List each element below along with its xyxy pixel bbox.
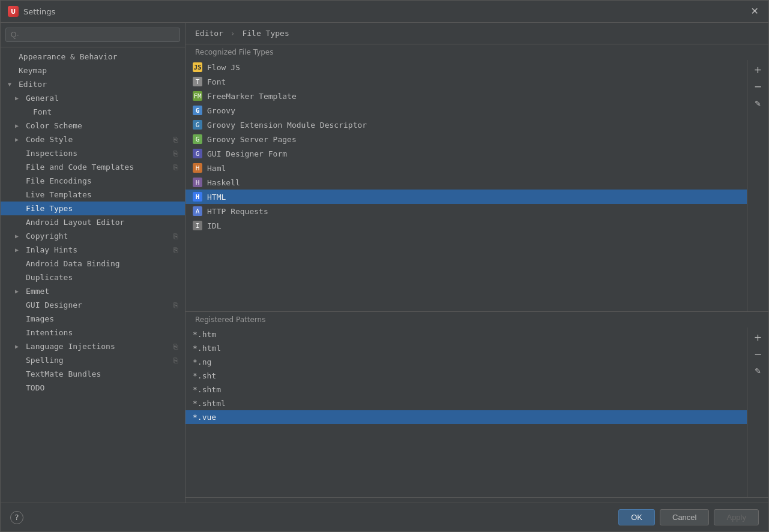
file-type-icon-html: H bbox=[193, 192, 202, 202]
pattern-actions: + − ✎ bbox=[747, 327, 768, 497]
sidebar-item-label-duplicates: Duplicates bbox=[26, 273, 73, 282]
file-type-name-haskell: Haskell bbox=[207, 178, 240, 187]
sidebar-item-editor[interactable]: ▼Editor bbox=[1, 77, 185, 91]
sidebar-item-appearance[interactable]: Appearance & Behavior bbox=[1, 50, 185, 64]
file-type-name-http: HTTP Requests bbox=[207, 207, 268, 216]
remove-file-type-button[interactable]: − bbox=[751, 79, 765, 94]
footer: ? OK Cancel Apply bbox=[1, 503, 768, 531]
sidebar-item-label-inspections: Inspections bbox=[26, 149, 77, 158]
file-type-icon-freemarker: FM bbox=[193, 91, 202, 101]
copy-icon-copyright: ⎘ bbox=[173, 232, 178, 241]
sidebar-item-label-lang-injections: Language Injections bbox=[26, 342, 115, 351]
file-type-item-gui-form[interactable]: GGUI Designer Form bbox=[185, 146, 747, 161]
sidebar-item-label-spelling: Spelling bbox=[26, 356, 64, 365]
file-type-item-idl[interactable]: IIDL bbox=[185, 218, 747, 233]
search-input[interactable] bbox=[5, 28, 180, 42]
cancel-button[interactable]: Cancel bbox=[660, 509, 709, 525]
sidebar-item-emmet[interactable]: ▶Emmet bbox=[1, 284, 185, 298]
file-type-item-flow-js[interactable]: JSFlow JS bbox=[185, 60, 747, 74]
remove-pattern-button[interactable]: − bbox=[751, 347, 765, 361]
ok-button[interactable]: OK bbox=[618, 509, 655, 525]
sidebar-item-todo[interactable]: TODO bbox=[1, 381, 185, 395]
pattern-item-shtm[interactable]: *.shtm bbox=[185, 383, 747, 396]
file-type-item-http[interactable]: AHTTP Requests bbox=[185, 204, 747, 218]
sidebar-item-spelling[interactable]: Spelling⎘ bbox=[1, 353, 185, 367]
file-types-panel: JSFlow JSTFontFMFreeMarker TemplateGGroo… bbox=[185, 60, 768, 312]
apply-button[interactable]: Apply bbox=[714, 509, 759, 525]
sidebar-item-android-data[interactable]: Android Data Binding bbox=[1, 257, 185, 270]
sidebar-item-copyright[interactable]: ▶Copyright⎘ bbox=[1, 229, 185, 243]
sidebar: Appearance & BehaviorKeymap▼Editor▶Gener… bbox=[1, 23, 185, 503]
sidebar-item-label-textmate: TextMate Bundles bbox=[26, 369, 101, 378]
sidebar-item-label-todo: TODO bbox=[26, 383, 44, 392]
file-type-icon-groovy-server: G bbox=[193, 134, 202, 144]
file-type-icon-groovy-ext: G bbox=[193, 120, 202, 130]
add-pattern-button[interactable]: + bbox=[751, 330, 765, 344]
sidebar-item-label-copyright: Copyright bbox=[26, 232, 68, 241]
sidebar-item-font[interactable]: Font bbox=[1, 105, 185, 119]
sidebar-item-textmate[interactable]: TextMate Bundles bbox=[1, 367, 185, 381]
app-icon: U bbox=[8, 6, 19, 17]
arrow-icon-emmet: ▶ bbox=[15, 288, 22, 294]
breadcrumb-editor: Editor bbox=[195, 29, 223, 38]
sidebar-item-live-templates[interactable]: Live Templates bbox=[1, 188, 185, 202]
pattern-item-shtml[interactable]: *.shtml bbox=[185, 396, 747, 410]
arrow-icon-inlay-hints: ▶ bbox=[15, 247, 22, 253]
file-type-item-freemarker[interactable]: FMFreeMarker Template bbox=[185, 89, 747, 103]
title-bar-left: U Settings bbox=[8, 6, 55, 17]
file-type-item-haskell[interactable]: HHaskell bbox=[185, 175, 747, 190]
file-type-name-groovy-server: Groovy Server Pages bbox=[207, 135, 297, 144]
sidebar-item-file-code-templates[interactable]: File and Code Templates⎘ bbox=[1, 160, 185, 174]
pattern-item-html[interactable]: *.html bbox=[185, 341, 747, 355]
main-panel: Editor › File Types Recognized File Type… bbox=[185, 23, 768, 503]
copy-icon-spelling: ⎘ bbox=[173, 356, 178, 365]
file-type-item-groovy-ext[interactable]: GGroovy Extension Module Descriptor bbox=[185, 118, 747, 132]
pattern-item-sht[interactable]: *.sht bbox=[185, 369, 747, 383]
file-type-item-groovy[interactable]: GGroovy bbox=[185, 103, 747, 118]
sidebar-item-label-images: Images bbox=[26, 314, 54, 323]
sidebar-item-file-encodings[interactable]: File Encodings bbox=[1, 174, 185, 188]
file-types-actions: + − ✎ bbox=[747, 60, 768, 311]
help-button[interactable]: ? bbox=[10, 511, 23, 524]
file-type-item-font[interactable]: TFont bbox=[185, 74, 747, 89]
sidebar-item-code-style[interactable]: ▶Code Style⎘ bbox=[1, 133, 185, 146]
sidebar-item-keymap[interactable]: Keymap bbox=[1, 64, 185, 77]
sidebar-item-label-appearance: Appearance & Behavior bbox=[19, 52, 117, 61]
sidebar-item-images[interactable]: Images bbox=[1, 312, 185, 326]
edit-pattern-button[interactable]: ✎ bbox=[751, 363, 765, 378]
sidebar-item-general[interactable]: ▶General bbox=[1, 91, 185, 105]
sidebar-item-color-scheme[interactable]: ▶Color Scheme bbox=[1, 119, 185, 133]
sidebar-item-inspections[interactable]: Inspections⎘ bbox=[1, 146, 185, 160]
pattern-item-vue[interactable]: *.vue bbox=[185, 410, 747, 424]
sidebar-item-lang-injections[interactable]: ▶Language Injections⎘ bbox=[1, 339, 185, 353]
sidebar-item-intentions[interactable]: Intentions bbox=[1, 326, 185, 339]
file-type-item-html[interactable]: HHTML bbox=[185, 190, 747, 204]
sidebar-item-label-keymap: Keymap bbox=[19, 66, 47, 75]
sidebar-item-label-android-layout: Android Layout Editor bbox=[26, 218, 124, 227]
file-type-name-freemarker: FreeMarker Template bbox=[207, 92, 297, 101]
arrow-icon-lang-injections: ▶ bbox=[15, 343, 22, 350]
sidebar-item-gui-designer[interactable]: GUI Designer⎘ bbox=[1, 298, 185, 312]
pattern-item-ng[interactable]: *.ng bbox=[185, 355, 747, 369]
sidebar-item-duplicates[interactable]: Duplicates bbox=[1, 270, 185, 284]
sidebar-item-file-types[interactable]: File Types bbox=[1, 202, 185, 215]
nav-list: Appearance & BehaviorKeymap▼Editor▶Gener… bbox=[1, 47, 185, 503]
search-box bbox=[1, 23, 185, 47]
content-area: Appearance & BehaviorKeymap▼Editor▶Gener… bbox=[1, 23, 768, 503]
pattern-item-htm[interactable]: *.htm bbox=[185, 327, 747, 341]
copy-icon-file-code-templates: ⎘ bbox=[173, 163, 178, 172]
patterns-items: *.htm*.html*.ng*.sht*.shtm*.shtml*.vue bbox=[185, 327, 747, 497]
file-type-item-haml[interactable]: HHaml bbox=[185, 161, 747, 175]
sidebar-item-inlay-hints[interactable]: ▶Inlay Hints⎘ bbox=[1, 243, 185, 257]
breadcrumb: Editor › File Types bbox=[185, 23, 768, 44]
sidebar-item-android-layout[interactable]: Android Layout Editor bbox=[1, 215, 185, 229]
sidebar-item-label-file-code-templates: File and Code Templates bbox=[26, 163, 134, 172]
file-type-item-groovy-server[interactable]: GGroovy Server Pages bbox=[185, 132, 747, 146]
file-type-icon-gui-form: G bbox=[193, 149, 202, 158]
copy-icon-gui-designer: ⎘ bbox=[173, 301, 178, 309]
add-file-type-button[interactable]: + bbox=[751, 62, 765, 77]
file-type-name-gui-form: GUI Designer Form bbox=[207, 149, 287, 158]
close-button[interactable]: ✕ bbox=[749, 5, 761, 17]
file-types-list: JSFlow JSTFontFMFreeMarker TemplateGGroo… bbox=[185, 60, 747, 311]
edit-file-type-button[interactable]: ✎ bbox=[751, 96, 765, 110]
